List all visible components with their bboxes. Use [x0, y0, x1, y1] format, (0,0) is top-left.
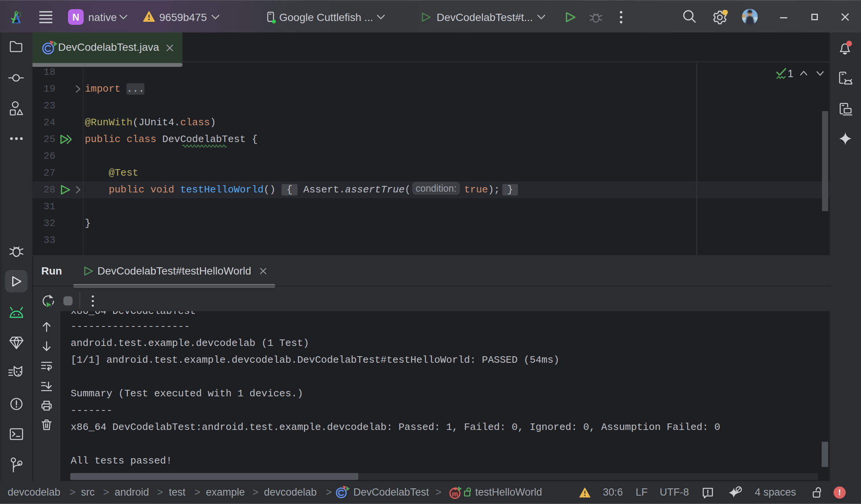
- svg-text:m: m: [452, 490, 458, 498]
